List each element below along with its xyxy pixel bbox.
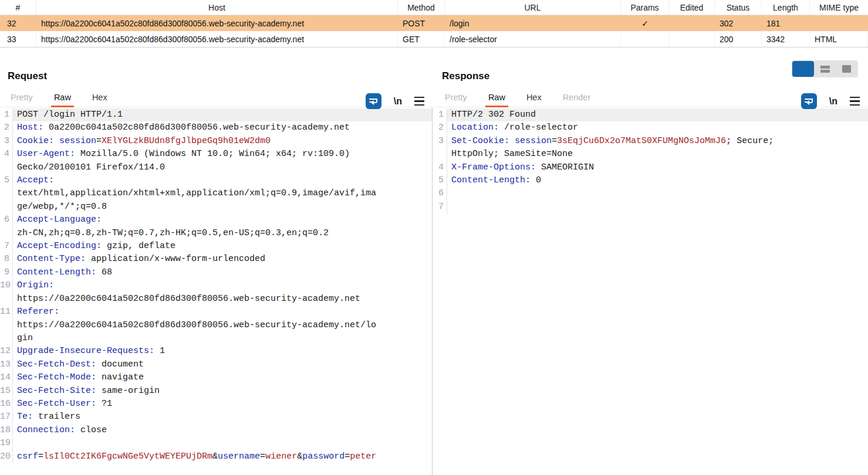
column-header-mime[interactable]: MIME type: [810, 0, 868, 15]
response-code-line: 5Content-Length: 0: [434, 174, 868, 187]
code-text: csrf=lsIl0Ct2IK6FgcwNGe5VytWEYEPUjDRm&us…: [13, 450, 432, 463]
response-code-line: 4X-Frame-Options: SAMEORIGIN: [434, 161, 868, 174]
cell-number: 32: [0, 15, 36, 31]
code-text: Referer:: [13, 306, 432, 318]
code-text: Sec-Fetch-Dest: document: [13, 358, 432, 371]
line-number: 19: [0, 437, 13, 450]
cell-length: 3342: [762, 31, 810, 47]
line-number: 3: [434, 135, 447, 148]
response-panel: Response PrettyRawHexRender \n 1HTTP/2 3…: [434, 56, 868, 475]
request-code-line: 7Accept-Encoding: gzip, deflate: [0, 240, 432, 253]
word-wrap-glyph: [803, 96, 814, 107]
request-tab-raw[interactable]: Raw: [54, 87, 71, 107]
http-history-table: #HostMethodURLParamsEditedStatusLengthMI…: [0, 0, 868, 48]
column-header-length[interactable]: Length: [762, 0, 810, 15]
code-text: X-Frame-Options: SAMEORIGIN: [447, 161, 868, 174]
line-number: 16: [0, 398, 13, 410]
cell-params: ✓: [621, 15, 669, 31]
response-tab-raw[interactable]: Raw: [488, 87, 505, 107]
request-code-line: 2Host: 0a2200c6041a502c80fd86d300f80056.…: [0, 121, 432, 134]
line-number: 4: [434, 161, 447, 174]
line-number: 13: [0, 358, 13, 371]
history-row-32[interactable]: 32https://0a2200c6041a502c80fd86d300f800…: [0, 15, 868, 31]
code-text: Gecko/20100101 Firefox/114.0: [13, 161, 432, 174]
request-code-line: 17Te: trailers: [0, 410, 432, 423]
line-number: 4: [0, 148, 13, 161]
code-text: [13, 437, 432, 450]
request-code-line: 20csrf=lsIl0Ct2IK6FgcwNGe5VytWEYEPUjDRm&…: [0, 450, 432, 463]
response-code-line: 6: [434, 187, 868, 200]
line-number: 11: [0, 306, 13, 318]
cell-params: [621, 31, 669, 47]
editor-menu-icon[interactable]: [414, 97, 424, 106]
code-text: https://0a2200c6041a502c80fd86d300f80056…: [13, 293, 432, 306]
request-code-line: 6Accept-Language:: [0, 213, 432, 226]
request-code-line: 8Content-Type: application/x-www-form-ur…: [0, 253, 432, 266]
cell-edited: [669, 31, 715, 47]
show-newlines-icon[interactable]: \n: [394, 96, 402, 107]
request-code-line: 5Accept:: [0, 174, 432, 187]
line-number: [0, 332, 13, 345]
line-number: 20: [0, 450, 13, 463]
response-code-line: 2Location: /role-selector: [434, 121, 868, 134]
response-tab-hex[interactable]: Hex: [526, 87, 542, 107]
column-header-edited[interactable]: Edited: [669, 0, 715, 15]
response-code-line: 7: [434, 201, 868, 213]
response-raw-editor[interactable]: 1HTTP/2 302 Found2Location: /role-select…: [434, 107, 868, 475]
column-header-params[interactable]: Params: [621, 0, 669, 15]
column-header-url[interactable]: URL: [445, 0, 621, 15]
cell-status: 302: [715, 15, 762, 31]
line-number: [0, 201, 13, 213]
line-number: 10: [0, 279, 13, 292]
line-number: 1: [0, 108, 13, 121]
response-code-line: HttpOnly; SameSite=None: [434, 148, 868, 161]
show-newlines-icon[interactable]: \n: [829, 96, 837, 107]
line-number: 1: [434, 108, 447, 121]
line-number: 6: [0, 213, 13, 226]
code-text: text/html,application/xhtml+xml,applicat…: [13, 187, 432, 200]
request-code-line: 11Referer:: [0, 306, 432, 318]
word-wrap-icon[interactable]: [801, 93, 817, 109]
request-code-line: https://0a2200c6041a502c80fd86d300f80056…: [0, 293, 432, 306]
request-tab-hex[interactable]: Hex: [92, 87, 107, 107]
code-text: Accept-Language:: [13, 213, 432, 226]
line-number: 5: [434, 174, 447, 187]
line-number: 3: [0, 135, 13, 148]
code-text: https://0a2200c6041a502c80fd86d300f80056…: [13, 319, 432, 332]
line-number: 15: [0, 385, 13, 398]
line-number: [434, 148, 447, 161]
layout-single-icon[interactable]: [836, 61, 857, 77]
request-tab-pretty[interactable]: Pretty: [11, 87, 33, 107]
column-header-host[interactable]: Host: [36, 0, 398, 15]
request-raw-editor[interactable]: 1POST /login HTTP/1.12Host: 0a2200c6041a…: [0, 107, 433, 475]
code-text: Origin:: [13, 279, 432, 292]
request-code-line: 18Connection: close: [0, 424, 432, 437]
code-text: Location: /role-selector: [447, 121, 868, 134]
layout-columns-icon[interactable]: [792, 61, 814, 77]
code-text: HTTP/2 302 Found: [447, 108, 868, 121]
word-wrap-icon[interactable]: [366, 93, 381, 109]
cell-url: /login: [445, 15, 621, 31]
code-text: Connection: close: [13, 424, 432, 437]
code-text: [447, 201, 868, 213]
code-text: Content-Length: 0: [447, 174, 868, 187]
response-tab-pretty[interactable]: Pretty: [445, 87, 467, 107]
line-number: 18: [0, 424, 13, 437]
code-text: Set-Cookie: session=3sEqjCu6Dx2o7MatS0XF…: [447, 135, 868, 148]
response-editor-toolbar: \n: [801, 93, 860, 109]
code-text: Upgrade-Insecure-Requests: 1: [13, 345, 432, 358]
layout-rows-icon[interactable]: [814, 61, 836, 77]
cell-url: /role-selector: [445, 31, 621, 47]
history-row-33[interactable]: 33https://0a2200c6041a502c80fd86d300f800…: [0, 31, 868, 47]
cell-host: https://0a2200c6041a502c80fd86d300f80056…: [36, 15, 398, 31]
request-editor-toolbar: \n: [366, 93, 424, 109]
column-header-method[interactable]: Method: [398, 0, 445, 15]
code-text: Te: trailers: [13, 410, 432, 423]
code-text: ge/webp,*/*;q=0.8: [13, 201, 432, 213]
column-header-status[interactable]: Status: [715, 0, 762, 15]
response-tab-render[interactable]: Render: [563, 87, 591, 107]
editor-menu-icon[interactable]: [850, 97, 860, 106]
column-header-number[interactable]: #: [0, 0, 36, 15]
response-code-line: 3Set-Cookie: session=3sEqjCu6Dx2o7MatS0X…: [434, 135, 868, 148]
request-code-line: 1POST /login HTTP/1.1: [0, 108, 432, 121]
